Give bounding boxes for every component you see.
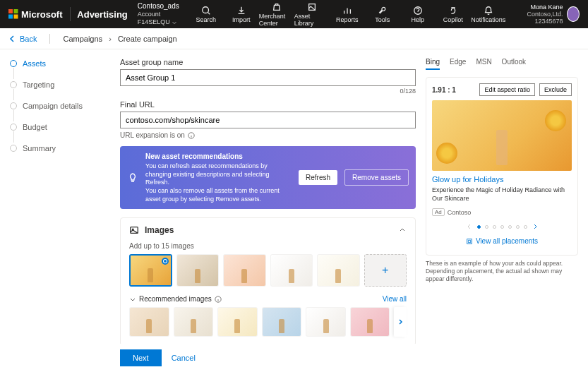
svg-rect-0	[8, 9, 13, 13]
chevron-down-icon[interactable]	[129, 296, 136, 303]
images-section: Images Add up to 15 images + Recommended…	[120, 217, 416, 346]
crumb-current: Create campaign	[118, 35, 177, 43]
preview-pager	[432, 223, 572, 230]
pager-next-icon[interactable]	[532, 223, 539, 230]
reports-icon[interactable]: Reports	[330, 0, 365, 28]
copilot-icon[interactable]: Copilot	[436, 0, 471, 28]
asset-group-label: Asset group name	[120, 58, 416, 66]
char-counter: 0/128	[120, 88, 416, 95]
breadcrumb-bar: Back Campaigns › Create campaign	[0, 28, 588, 49]
images-header[interactable]: Images	[121, 218, 415, 242]
back-button[interactable]: Back	[8, 35, 37, 43]
breadcrumb: Campaigns › Create campaign	[63, 35, 176, 43]
wizard-steps: Assets Targeting Campaign details Budget…	[0, 49, 99, 372]
step-budget[interactable]: Budget	[10, 123, 99, 131]
pager-dot[interactable]	[477, 225, 481, 229]
search-icon[interactable]: Search	[188, 0, 224, 28]
tab-bing[interactable]: Bing	[426, 58, 440, 70]
image-thumb-2[interactable]	[176, 254, 219, 287]
info-icon[interactable]	[188, 132, 195, 139]
pager-dot[interactable]	[485, 225, 488, 229]
recommendation-banner: New asset recommendations You can refres…	[120, 146, 416, 209]
svg-rect-2	[8, 15, 13, 19]
tab-edge[interactable]: Edge	[450, 58, 466, 70]
rec-thumb-4[interactable]	[262, 307, 302, 337]
import-icon[interactable]: Import	[224, 0, 259, 28]
url-expansion-hint: URL expansion is on	[120, 131, 416, 139]
rec-thumb-6[interactable]	[350, 307, 390, 337]
account-switcher[interactable]: Contoso_ads Account F14SELQU	[138, 2, 188, 26]
pager-dot[interactable]	[516, 225, 520, 229]
next-button[interactable]: Next	[120, 349, 162, 366]
svg-rect-3	[14, 15, 18, 19]
final-url-input[interactable]	[120, 112, 416, 128]
preview-panel: Bing Edge MSN Outlook 1.91 : 1 Edit aspe…	[426, 49, 588, 372]
image-thumb-4[interactable]	[270, 254, 313, 287]
view-all-link[interactable]: View all	[383, 295, 407, 303]
avatar	[567, 6, 580, 22]
lightbulb-icon	[127, 172, 138, 184]
image-icon	[129, 225, 139, 235]
edit-aspect-button[interactable]: Edit aspect ratio	[479, 83, 535, 96]
aspect-ratio: 1.91 : 1	[432, 86, 475, 94]
merchant-center-icon[interactable]: Merchant Center	[259, 0, 294, 28]
image-thumbnails: +	[129, 254, 407, 287]
rec-thumb-2[interactable]	[174, 307, 214, 337]
crumb-campaigns[interactable]: Campaigns	[63, 35, 102, 43]
info-icon[interactable]	[215, 296, 222, 303]
notifications-icon[interactable]: Notifications	[471, 0, 506, 28]
main-content: Asset group name 0/128 Final URL URL exp…	[99, 49, 426, 372]
final-url-label: Final URL	[120, 100, 416, 109]
step-targeting[interactable]: Targeting	[10, 80, 99, 89]
chevron-up-icon	[398, 226, 407, 234]
asset-group-input[interactable]	[120, 69, 416, 86]
pager-prev-icon[interactable]	[466, 223, 473, 230]
product-name[interactable]: Advertising	[77, 9, 128, 20]
preview-image	[432, 100, 572, 171]
add-image-button[interactable]: +	[364, 254, 407, 287]
tools-icon[interactable]: Tools	[365, 0, 400, 28]
svg-rect-1	[14, 9, 18, 13]
rec-next-button[interactable]	[394, 307, 407, 337]
image-thumb-3[interactable]	[223, 254, 265, 287]
recommended-images	[129, 307, 407, 337]
svg-point-4	[203, 6, 209, 13]
top-actions: Search Import Merchant Center Asset Libr…	[188, 0, 506, 28]
asset-library-icon[interactable]: Asset Library	[294, 0, 330, 28]
preview-tabs: Bing Edge MSN Outlook	[426, 58, 578, 70]
top-navbar: Microsoft Advertising Contoso_ads Accoun…	[0, 0, 588, 28]
user-menu[interactable]: Mona Kane Contoso,Ltd. 12345678	[512, 4, 580, 25]
rec-thumb-5[interactable]	[306, 307, 346, 337]
svg-rect-12	[467, 239, 472, 244]
refresh-button[interactable]: Refresh	[299, 170, 337, 185]
step-summary[interactable]: Summary	[10, 144, 99, 152]
preview-ad-badge: Ad Contoso	[432, 208, 572, 216]
pager-dot[interactable]	[493, 225, 496, 229]
tab-msn[interactable]: MSN	[476, 58, 491, 70]
wizard-footer: Next Cancel	[99, 344, 588, 372]
exclude-button[interactable]: Exclude	[539, 83, 572, 96]
rec-thumb-3[interactable]	[217, 307, 258, 337]
preview-card: 1.91 : 1 Edit aspect ratio Exclude Glow …	[426, 77, 578, 256]
rec-thumb-1[interactable]	[129, 307, 169, 337]
image-thumb-1[interactable]	[129, 254, 172, 287]
preview-description: Experience the Magic of Holiday Radiance…	[432, 186, 572, 203]
pager-dot[interactable]	[508, 225, 512, 229]
image-thumb-5[interactable]	[317, 254, 359, 287]
microsoft-logo[interactable]: Microsoft	[8, 9, 63, 20]
pager-dot[interactable]	[524, 225, 527, 229]
view-all-placements[interactable]: View all placements	[432, 237, 572, 245]
remove-assets-button[interactable]: Remove assets	[344, 169, 409, 186]
cancel-button[interactable]: Cancel	[172, 354, 196, 362]
step-assets[interactable]: Assets	[10, 59, 99, 68]
help-icon[interactable]: Help	[400, 0, 436, 28]
pager-dot[interactable]	[500, 225, 504, 229]
step-details[interactable]: Campaign details	[10, 102, 99, 110]
tab-outlook[interactable]: Outlook	[502, 58, 526, 70]
preview-headline: Glow up for Holidays	[432, 175, 572, 184]
preview-disclaimer: These is an example of how your ads coul…	[426, 260, 578, 283]
